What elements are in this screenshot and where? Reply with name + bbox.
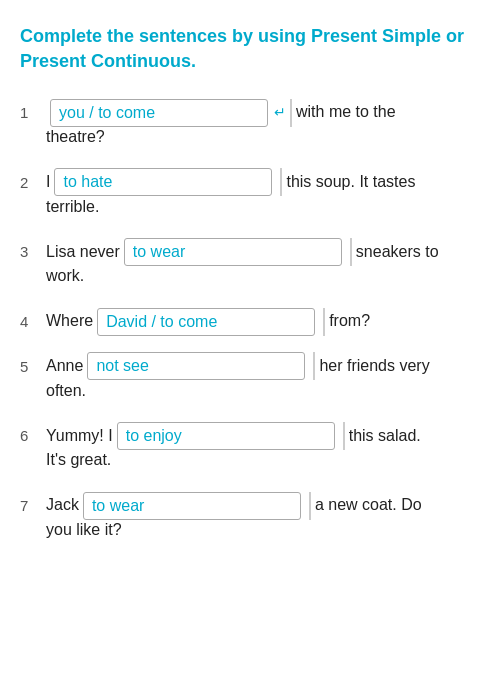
sentence-block: 3Lisa never sneakers towork. <box>20 238 480 292</box>
answer-input-4[interactable] <box>97 308 315 336</box>
sentence-continuation: theatre? <box>20 123 480 152</box>
page-title: Complete the sentences by using Present … <box>20 24 480 74</box>
enter-icon: ↵ <box>274 100 286 125</box>
sentence-number: 4 <box>20 308 40 335</box>
sentence-before-text: Where <box>46 307 93 336</box>
sentence-block: 1↵ with me to thetheatre? <box>20 98 480 152</box>
sentence-row: 4Where from? <box>20 307 480 336</box>
sentence-block: 2I this soup. It tastesterrible. <box>20 168 480 222</box>
sentence-block: 7Jack a new coat. Doyou like it? <box>20 491 480 545</box>
sentence-block: 5Anne her friends veryoften. <box>20 352 480 406</box>
sentence-block: 4Where from? <box>20 307 480 336</box>
sentence-block: 6Yummy! I this salad.It's great. <box>20 422 480 476</box>
sentence-continuation: It's great. <box>20 446 480 475</box>
sentence-after-text: from? <box>329 307 370 336</box>
sentence-continuation: work. <box>20 262 480 291</box>
sentence-continuation: you like it? <box>20 516 480 545</box>
sentence-continuation: terrible. <box>20 193 480 222</box>
sentence-continuation: often. <box>20 377 480 406</box>
divider <box>323 308 325 336</box>
sentences-container: 1↵ with me to thetheatre?2I this soup. I… <box>20 98 480 544</box>
